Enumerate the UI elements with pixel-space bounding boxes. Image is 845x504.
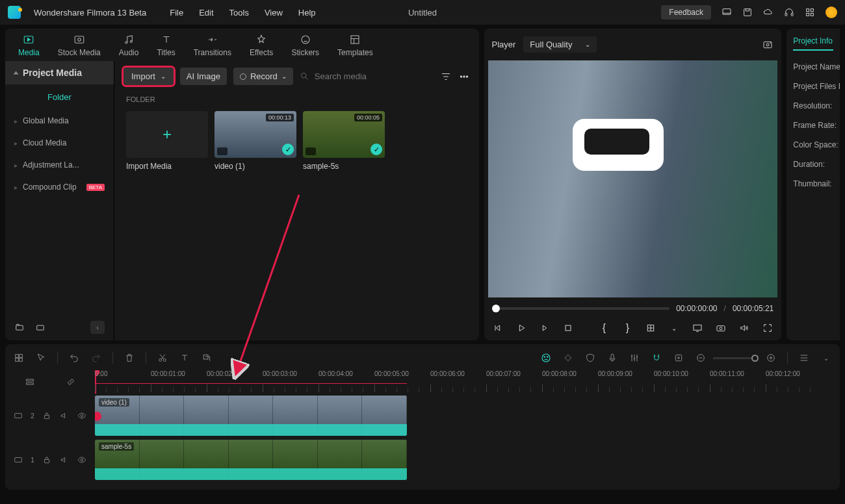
import-media-tile[interactable]: + Import Media <box>126 111 208 171</box>
apps-icon[interactable] <box>805 7 815 18</box>
preview-panel: Player Full Quality 00:00:00:00 / 00:00:… <box>484 29 782 340</box>
chevron-down-icon[interactable]: ⌄ <box>668 322 680 334</box>
scrubber[interactable] <box>492 307 670 310</box>
timeline-clip-video1[interactable]: video (1) <box>95 396 407 436</box>
sidebar-compound-clip[interactable]: Compound ClipBETA <box>5 176 114 198</box>
media-thumb-sample5s[interactable]: 00:00:05✓ sample-5s <box>303 111 385 171</box>
menu-view[interactable]: View <box>265 8 283 18</box>
mark-in-icon[interactable]: { <box>598 322 610 334</box>
project-media-item[interactable]: Project Media <box>5 61 114 84</box>
feedback-button[interactable]: Feedback <box>661 5 711 19</box>
tab-audio[interactable]: Audio <box>119 34 139 61</box>
headphones-icon[interactable] <box>784 7 794 18</box>
tab-titles[interactable]: Titles <box>157 34 175 61</box>
zoom-out-icon[interactable] <box>695 352 707 364</box>
mixer-icon[interactable] <box>629 352 640 364</box>
info-row: Frame Rate: <box>793 116 833 135</box>
marker-icon[interactable] <box>673 352 684 364</box>
zoom-in-icon[interactable] <box>765 352 777 364</box>
next-frame-icon[interactable] <box>539 322 551 334</box>
app-logo <box>8 6 21 19</box>
mute-icon[interactable] <box>59 411 70 420</box>
crop-tl-icon[interactable] <box>201 352 213 364</box>
magnet-icon[interactable] <box>651 352 662 364</box>
tab-media[interactable]: Media <box>18 34 40 61</box>
sparkle-icon[interactable] <box>562 352 574 364</box>
search-input[interactable] <box>315 71 434 81</box>
cut-icon[interactable] <box>157 352 168 364</box>
timeline-ruler[interactable]: 0:0000:00:01:0000:00:02:0000:00:03:0000:… <box>95 370 840 394</box>
folder-item[interactable]: Folder <box>5 84 114 110</box>
svg-point-40 <box>678 357 680 359</box>
svg-rect-48 <box>15 458 22 462</box>
snapshot-preview-icon[interactable] <box>762 40 774 50</box>
menu-edit[interactable]: Edit <box>199 8 213 18</box>
info-title[interactable]: Project Info <box>793 36 833 51</box>
fullscreen-icon[interactable] <box>762 322 774 334</box>
delete-icon[interactable] <box>124 352 135 364</box>
ai-icon[interactable] <box>540 352 552 364</box>
sidebar-global-media[interactable]: Global Media <box>5 110 114 132</box>
redo-icon[interactable] <box>90 352 102 364</box>
display-icon[interactable] <box>692 322 703 334</box>
layout-icon[interactable] <box>13 352 25 364</box>
mute-icon[interactable] <box>59 455 70 464</box>
tab-stock-media[interactable]: Stock Media <box>58 34 101 61</box>
folder-icon[interactable] <box>35 323 46 332</box>
titlebar: Wondershare Filmora 13 Beta File Edit To… <box>0 0 845 25</box>
save-icon[interactable] <box>742 7 753 18</box>
svg-rect-34 <box>203 355 208 359</box>
user-avatar[interactable] <box>826 6 837 18</box>
zoom-slider[interactable] <box>713 357 759 359</box>
undo-icon[interactable] <box>68 352 80 364</box>
menu-file[interactable]: File <box>170 8 183 18</box>
filter-icon[interactable] <box>440 71 452 82</box>
volume-icon[interactable] <box>738 322 750 334</box>
mark-out-icon[interactable]: } <box>621 322 633 334</box>
cursor-icon[interactable] <box>35 352 47 364</box>
stop-icon[interactable] <box>562 322 574 334</box>
svg-point-18 <box>460 75 462 77</box>
svg-rect-2 <box>785 13 787 16</box>
mic-icon[interactable] <box>606 352 618 364</box>
chevron-down-icon[interactable]: ⌄ <box>820 352 832 364</box>
tab-effects[interactable]: Effects <box>250 34 273 61</box>
tab-stickers[interactable]: Stickers <box>291 34 319 61</box>
preview-viewport[interactable] <box>488 60 778 297</box>
tab-transitions[interactable]: Transitions <box>194 34 231 61</box>
menu-tools[interactable]: Tools <box>229 8 249 18</box>
play-icon[interactable] <box>515 322 527 334</box>
quality-select[interactable]: Full Quality <box>523 36 597 53</box>
svg-rect-38 <box>611 354 614 359</box>
monitor-icon[interactable] <box>722 7 732 18</box>
sidebar-cloud-media[interactable]: Cloud Media <box>5 132 114 154</box>
eye-icon[interactable] <box>77 411 87 420</box>
check-icon: ✓ <box>282 144 294 155</box>
svg-point-10 <box>77 38 81 42</box>
ai-image-button[interactable]: AI Image <box>180 68 227 85</box>
cloud-icon[interactable] <box>763 7 774 18</box>
new-folder-icon[interactable] <box>14 323 25 332</box>
eye-icon[interactable] <box>77 455 87 464</box>
lock-icon[interactable] <box>42 455 52 464</box>
collapse-button[interactable]: ‹ <box>90 321 105 334</box>
link-icon[interactable] <box>66 377 76 387</box>
track-expand-icon[interactable] <box>25 377 35 387</box>
video-type-icon <box>306 147 316 155</box>
import-button[interactable]: Import <box>124 68 174 85</box>
record-button[interactable]: Record <box>233 68 293 85</box>
svg-rect-6 <box>807 13 809 16</box>
menu-help[interactable]: Help <box>298 8 316 18</box>
media-thumb-video1[interactable]: 00:00:13✓ video (1) <box>214 111 296 171</box>
shield-icon[interactable] <box>584 352 596 364</box>
tab-templates[interactable]: Templates <box>337 34 373 61</box>
view-options-icon[interactable] <box>798 352 810 364</box>
lock-icon[interactable] <box>42 411 52 420</box>
timeline-clip-sample5s[interactable]: sample-5s <box>95 440 407 480</box>
crop-icon[interactable] <box>645 322 656 334</box>
camera-icon[interactable] <box>715 322 727 334</box>
more-icon[interactable] <box>458 71 470 82</box>
prev-frame-icon[interactable] <box>492 322 504 334</box>
text-icon[interactable] <box>179 352 190 364</box>
sidebar-adjustment-layer[interactable]: Adjustment La... <box>5 154 114 176</box>
